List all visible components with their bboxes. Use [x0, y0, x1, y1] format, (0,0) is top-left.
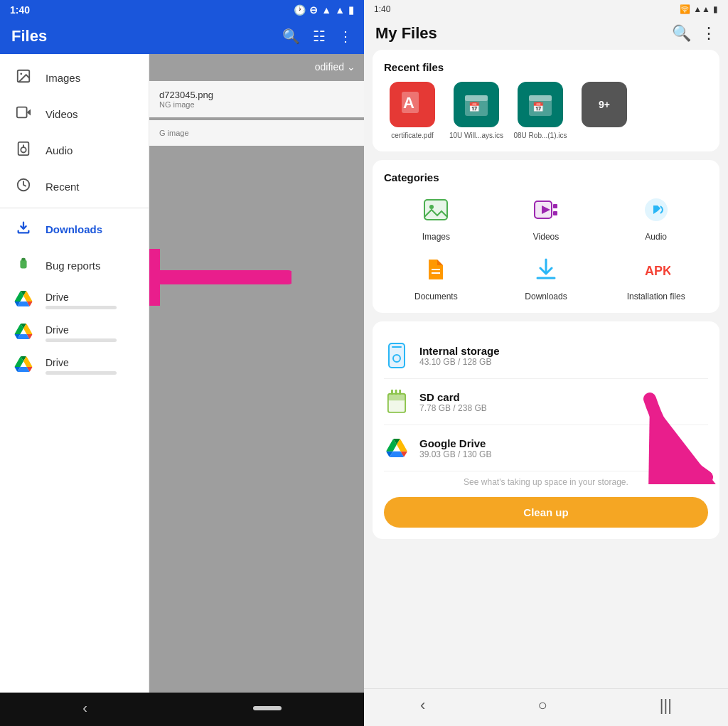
grid-icon[interactable]: ☷: [313, 28, 326, 45]
search-icon[interactable]: 🔍: [282, 28, 300, 45]
sd-card-info: SD card 7.78 GB / 238 GB: [419, 391, 708, 413]
left-phone: 1:40 🕐 ⊖ ▲ ▲ ▮ Files 🔍 ☷ ⋮ Images: [0, 0, 364, 726]
more-badge: 9+: [582, 82, 627, 127]
right-phone: 1:40 🛜 ▲▲ ▮ My Files 🔍 ⋮ Recent files: [364, 0, 728, 726]
left-content: Images Videos Audio Recent: [0, 54, 364, 693]
cat-downloads-icon: [528, 252, 564, 287]
svg-rect-27: [553, 211, 557, 215]
cleanup-button[interactable]: Clean up: [384, 497, 708, 528]
recent-file-certificate[interactable]: A certificate.pdf: [384, 82, 441, 140]
sidebar-item-drive3[interactable]: Drive: [0, 349, 149, 382]
more-files-icon: 9+: [582, 82, 627, 127]
my-files-title: My Files: [375, 24, 437, 43]
recent-file-10u[interactable]: 📅 10U Will...ays.ics: [448, 82, 505, 140]
back-button[interactable]: ‹: [82, 700, 87, 716]
recent-file-08u[interactable]: 📅 08U Rob...(1).ics: [512, 82, 569, 140]
cat-audio-label: Audio: [645, 232, 667, 242]
svg-rect-34: [392, 346, 402, 348]
drive3-info: Drive: [46, 357, 117, 375]
cat-audio-icon: [638, 192, 674, 228]
sidebar-item-recent[interactable]: Recent: [0, 169, 149, 205]
sort-chevron-icon: ⌄: [347, 61, 355, 73]
right-nav-bar: ‹ ○ |||: [364, 688, 728, 726]
svg-text:📅: 📅: [469, 101, 481, 113]
sidebar-item-bug-reports[interactable]: Bug reports: [0, 247, 149, 284]
gdrive-info: Google Drive 39.03 GB / 130 GB: [419, 437, 708, 459]
battery-icon: ▮: [348, 4, 354, 16]
internal-storage-size: 43.10 GB / 128 GB: [419, 357, 708, 367]
category-videos[interactable]: Videos: [494, 192, 599, 242]
svg-text:APK: APK: [645, 264, 670, 278]
right-status-icons: 🛜 ▲▲ ▮: [680, 4, 718, 14]
sidebar-item-images[interactable]: Images: [0, 60, 149, 96]
sidebar-label-downloads: Downloads: [46, 223, 102, 235]
right-home-button[interactable]: ○: [537, 696, 547, 715]
sd-card-icon: [384, 389, 410, 415]
right-back-button[interactable]: ‹: [420, 696, 425, 715]
cat-documents-label: Documents: [414, 292, 458, 301]
home-bar[interactable]: [253, 706, 282, 710]
audio-icon: [14, 141, 33, 160]
sort-control[interactable]: odified ⌄: [315, 61, 355, 73]
cat-videos-label: Videos: [533, 232, 559, 242]
10u-icon: 📅: [454, 82, 499, 127]
file-item-2[interactable]: G image: [149, 120, 364, 146]
right-recents-button[interactable]: |||: [660, 696, 672, 715]
svg-text:A: A: [403, 94, 414, 112]
category-documents[interactable]: Documents: [384, 252, 488, 301]
category-downloads[interactable]: Downloads: [494, 252, 599, 301]
svg-rect-4: [18, 142, 29, 155]
right-header-icons: 🔍 ⋮: [672, 24, 717, 43]
right-status-bar: 1:40 🛜 ▲▲ ▮: [364, 0, 728, 18]
sidebar-item-drive2[interactable]: Drive: [0, 316, 149, 349]
cat-documents-icon: [418, 252, 454, 287]
internal-storage-info: Internal storage 43.10 GB / 128 GB: [419, 345, 708, 367]
right-search-icon[interactable]: 🔍: [672, 24, 691, 43]
downloads-icon: [14, 220, 33, 239]
internal-storage-icon: [384, 343, 410, 368]
08u-icon: 📅: [518, 82, 563, 127]
left-time: 1:40: [10, 4, 30, 16]
svg-rect-15: [465, 95, 488, 101]
sidebar-label-videos: Videos: [46, 108, 78, 120]
bug-reports-icon: [14, 256, 33, 275]
internal-storage-item[interactable]: Internal storage 43.10 GB / 128 GB: [384, 333, 708, 379]
sidebar-item-drive1[interactable]: Drive: [0, 284, 149, 316]
recent-files-title: Recent files: [384, 61, 708, 73]
images-icon: [14, 68, 33, 87]
category-images[interactable]: Images: [384, 192, 488, 242]
category-grid: Images Videos: [384, 192, 708, 301]
sidebar-label-recent: Recent: [46, 181, 80, 193]
file-type-1: NG image: [159, 100, 354, 109]
drive2-label: Drive: [46, 324, 117, 336]
drive2-bar: [46, 338, 117, 342]
svg-text:📅: 📅: [532, 101, 545, 113]
battery2-icon: ▮: [713, 4, 718, 14]
svg-rect-20: [424, 200, 447, 220]
recent-files-card: Recent files A certificate.pdf: [373, 50, 719, 151]
cat-downloads-label: Downloads: [525, 292, 567, 301]
gdrive-item[interactable]: Google Drive 39.03 GB / 130 GB: [384, 425, 708, 471]
sidebar: Images Videos Audio Recent: [0, 54, 149, 693]
recent-file-more[interactable]: 9+: [576, 82, 633, 132]
sd-card-item[interactable]: SD card 7.78 GB / 238 GB: [384, 379, 708, 425]
sidebar-item-downloads[interactable]: Downloads: [0, 211, 149, 247]
sidebar-item-videos[interactable]: Videos: [0, 96, 149, 132]
sidebar-label-images: Images: [46, 72, 80, 84]
cat-images-label: Images: [422, 232, 450, 242]
storage-hint: See what's taking up space in your stora…: [384, 471, 708, 490]
svg-rect-2: [17, 107, 27, 118]
certificate-label: certificate.pdf: [391, 132, 433, 140]
videos-icon: [14, 105, 33, 124]
file-item-1[interactable]: d723045.png NG image: [149, 81, 364, 117]
alarm-icon: 🕐: [294, 4, 306, 16]
category-apk[interactable]: APK Installation files: [604, 252, 708, 301]
file-name-1: d723045.png: [159, 90, 354, 100]
right-more-icon[interactable]: ⋮: [701, 24, 717, 43]
signal2-icon: ▲▲: [693, 4, 710, 14]
more-vert-icon[interactable]: ⋮: [338, 28, 353, 45]
sidebar-item-audio[interactable]: Audio: [0, 132, 149, 169]
category-audio[interactable]: Audio: [604, 192, 708, 242]
svg-rect-10: [21, 258, 26, 261]
10u-label: 10U Will...ays.ics: [449, 132, 503, 140]
